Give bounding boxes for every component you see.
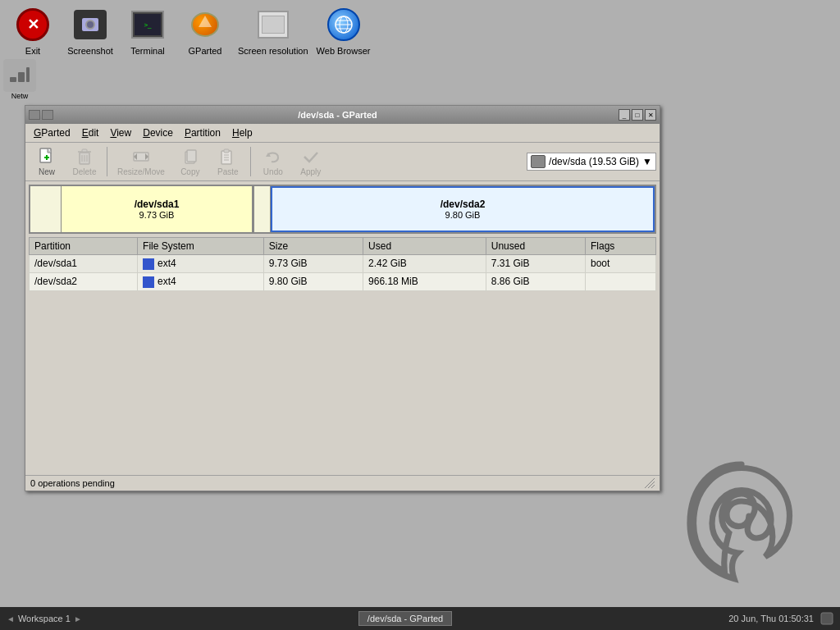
toolbar-separator-2 [250, 147, 251, 176]
exit-button[interactable]: ✕ Exit [8, 5, 57, 56]
delete-svg [75, 148, 94, 166]
toolbar-copy-button[interactable]: Copy [172, 144, 208, 179]
partition-table-container: Partition File System Size Used Unused F… [25, 237, 660, 294]
web-browser-button[interactable]: Web Browser [317, 5, 371, 56]
window-minimize-button[interactable]: _ [619, 109, 630, 121]
toolbar-resize-move-button[interactable]: Resize/Move [112, 144, 171, 179]
col-unused: Unused [486, 238, 585, 255]
col-used: Used [363, 238, 486, 255]
toolbar-new-button[interactable]: New [29, 144, 65, 179]
fs-color-indicator-sda2 [143, 276, 154, 288]
svg-rect-6 [18, 72, 25, 82]
table-row[interactable]: /dev/sda2 ext4 9.80 GiB 966.18 MiB 8.86 … [30, 272, 656, 290]
partition-table-header-row: Partition File System Size Used Unused F… [30, 238, 656, 255]
network-label: Netw [3, 92, 36, 100]
toolbar-undo-button[interactable]: Undo [255, 144, 291, 179]
window-toolbar: New Delete [25, 143, 660, 181]
cell-unused-sda2: 8.86 GiB [486, 272, 585, 290]
taskbar: ◄ Workspace 1 ► /dev/sda - GParted 20 Ju… [0, 607, 840, 630]
window-menubar: GParted Edit View Device Partition Help [25, 124, 660, 143]
taskbar-datetime: 20 Jun, Thu 01:50:31 [728, 614, 814, 623]
gparted-label: GParted [189, 46, 222, 56]
apply-icon [301, 147, 321, 167]
network-icon [3, 59, 36, 92]
device-selector-label: /dev/sda (19.53 GiB) [549, 156, 639, 167]
workspace-prev-arrow[interactable]: ◄ [7, 614, 15, 623]
debian-swirl-svg [668, 450, 815, 597]
col-partition: Partition [30, 238, 138, 255]
resize-handle[interactable] [645, 478, 655, 488]
gparted-window: /dev/sda - GParted _ □ ✕ GParted Edit Vi… [25, 105, 660, 491]
window-close-button[interactable]: ✕ [645, 109, 656, 121]
resize-icon [645, 478, 655, 488]
delete-icon [75, 147, 94, 167]
window-title: /dev/sda - GParted [298, 110, 377, 120]
window-titlebar-icons [29, 110, 53, 120]
taskbar-center: /dev/sda - GParted [89, 611, 722, 626]
toolbar-paste-button[interactable]: Paste [210, 144, 246, 179]
network-svg [7, 62, 33, 89]
menu-device[interactable]: Device [138, 126, 178, 140]
terminal-button[interactable]: >_ Terminal [123, 5, 172, 56]
network-item[interactable]: Netw [3, 59, 36, 100]
toolbar-delete-button[interactable]: Delete [66, 144, 103, 179]
partition-sda2-visual[interactable]: /dev/sda2 9.80 GiB [271, 186, 655, 232]
table-row[interactable]: /dev/sda1 ext4 9.73 GiB 2.42 GiB 7.31 Gi… [30, 255, 656, 273]
cell-size-sda1: 9.73 GiB [263, 255, 363, 273]
exit-icon-wrap: ✕ [13, 5, 52, 44]
menu-help[interactable]: Help [227, 126, 258, 140]
screen-resolution-icon [258, 11, 289, 39]
menu-edit[interactable]: Edit [77, 126, 104, 140]
resize-svg [132, 148, 150, 166]
cell-partition-sda2: /dev/sda2 [30, 272, 138, 290]
menu-gparted[interactable]: GParted [29, 126, 75, 140]
resize-button-label: Resize/Move [117, 167, 165, 176]
cell-flags-sda1: boot [585, 255, 655, 273]
screen-resolution-label: Screen resolution [238, 46, 308, 56]
terminal-screen: >_ [135, 14, 161, 35]
taskbar-window-button[interactable]: /dev/sda - GParted [358, 611, 452, 626]
copy-svg [181, 148, 199, 166]
menu-partition[interactable]: Partition [180, 126, 226, 140]
copy-icon [180, 147, 200, 167]
cell-flags-sda2 [585, 272, 655, 290]
screenshot-icon [74, 10, 107, 39]
status-bar: 0 operations pending [25, 475, 660, 491]
fs-color-indicator-sda1 [143, 258, 154, 270]
screenshot-button[interactable]: Screenshot [66, 5, 115, 56]
terminal-icon: >_ [131, 11, 164, 39]
cell-used-sda1: 2.42 GiB [363, 255, 486, 273]
svg-line-30 [651, 485, 655, 488]
new-button-label: New [39, 167, 55, 176]
workspace-next-arrow[interactable]: ► [74, 614, 82, 623]
web-browser-icon [327, 8, 360, 41]
taskbar-notification-icon[interactable] [820, 612, 833, 625]
screenshot-label: Screenshot [67, 46, 113, 56]
svg-rect-23 [224, 149, 229, 153]
terminal-icon-wrap: >_ [128, 5, 167, 44]
apply-svg [302, 148, 320, 166]
notification-svg [820, 612, 833, 625]
camera-lens-icon [85, 20, 95, 30]
screenshot-icon-wrap [71, 5, 110, 44]
paste-icon [218, 147, 238, 167]
toolbar-apply-button[interactable]: Apply [293, 144, 329, 179]
copy-button-label: Copy [180, 167, 199, 176]
device-selector-arrow: ▼ [642, 156, 652, 167]
new-file-svg [38, 148, 56, 166]
cell-size-sda2: 9.80 GiB [263, 272, 363, 290]
undo-button-label: Undo [263, 167, 283, 176]
device-selector[interactable]: /dev/sda (19.53 GiB) ▼ [527, 153, 656, 171]
partition-sda1-visual[interactable]: /dev/sda1 9.73 GiB [62, 186, 254, 232]
undo-icon [263, 147, 283, 167]
screen-resolution-button[interactable]: Screen resolution [238, 5, 308, 56]
window-maximize-button[interactable]: □ [632, 109, 643, 121]
col-filesystem: File System [138, 238, 264, 255]
svg-line-29 [648, 482, 655, 488]
exit-label: Exit [25, 46, 40, 56]
menu-view[interactable]: View [105, 126, 136, 140]
window-menu-icon [29, 110, 40, 120]
apply-button-label: Apply [300, 167, 321, 176]
svg-rect-21 [187, 150, 196, 162]
gparted-button[interactable]: GParted [180, 5, 230, 56]
